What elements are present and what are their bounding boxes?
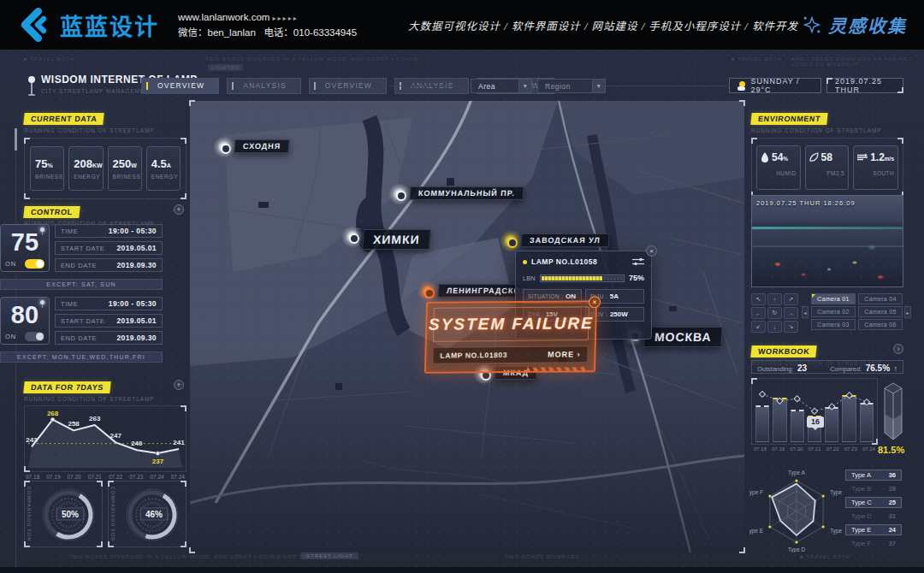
reset-button[interactable]: ↻ xyxy=(767,307,782,319)
tab-overview-2[interactable]: OVERVIEW xyxy=(309,78,387,94)
x-tick: 07.23 xyxy=(129,474,143,480)
decor-text: ■ TRAVEL BOTH xyxy=(800,554,850,559)
brand-services: 大数据可视化设计 / 软件界面设计 / 网站建设 / 手机及小程序设计 / 软件… xyxy=(408,17,798,33)
camera-button-3[interactable]: Camera 03 xyxy=(811,319,856,330)
failure-lamp-id: LAMP NO.L01803 xyxy=(440,351,507,360)
map-label[interactable]: СХОДНЯ xyxy=(234,139,289,153)
close-icon[interactable]: × xyxy=(646,245,657,257)
week-x-axis: 07.1807.1907.2007.2107.2207.2307.2407.24 xyxy=(24,474,187,480)
pan-down-button[interactable]: ↓ xyxy=(767,321,782,333)
brand-logo[interactable]: 蓝蓝设计 xyxy=(0,6,159,44)
bar xyxy=(773,398,786,442)
panel-subtitle: RUNNING CONDITION OF STREETLAMP xyxy=(24,396,187,402)
workbook-next-button[interactable]: › xyxy=(893,344,903,354)
type-row-f[interactable]: Type F37 xyxy=(845,538,902,549)
camera-prev-button[interactable]: ◂ xyxy=(802,306,808,318)
area-dropdown[interactable]: Area ▼ xyxy=(471,79,532,93)
add-schedule-button[interactable]: + xyxy=(174,204,184,215)
camera-button-5[interactable]: Camera 05 xyxy=(858,306,903,317)
end-date-field: END DATE 2019.09.30 xyxy=(55,331,163,345)
svg-text:243: 243 xyxy=(26,436,38,444)
schedule-toggle[interactable] xyxy=(25,259,44,269)
star-icon xyxy=(803,15,821,34)
gauge-value: 46% xyxy=(140,508,168,521)
expand-chart-button[interactable]: + xyxy=(174,380,184,390)
type-row-b[interactable]: Type B28 xyxy=(845,483,902,494)
svg-text:Type E: Type E xyxy=(749,528,764,535)
bar xyxy=(755,405,769,442)
date-box: 2019.07.25 THUR xyxy=(826,78,903,93)
status-dot-icon xyxy=(523,260,527,264)
camera-next-button[interactable]: ▸ xyxy=(904,306,911,318)
svg-text:Type C: Type C xyxy=(830,528,844,535)
sliders-icon[interactable] xyxy=(632,257,644,266)
weather-box: SUNNDAY / 29°C xyxy=(729,78,821,93)
pan-up-right-button[interactable]: ↗ xyxy=(784,293,798,305)
brightness-box: 75 ON xyxy=(0,224,50,272)
map-label[interactable]: КОММУНАЛЬНЫЙ ПР. xyxy=(409,186,524,200)
pin-glow-icon xyxy=(417,281,439,303)
lbn-progress-fill xyxy=(542,276,602,281)
camera-button-1[interactable]: Camera 01 xyxy=(811,293,856,304)
camera-dpad: ↖ ↑ ↗ ← ↻ → ↙ ↓ ↘ xyxy=(751,293,798,333)
camera-button-2[interactable]: Camera 02 xyxy=(811,306,856,317)
camera-timestamp: 2019.07.25 THUR 18:26:09 xyxy=(756,199,856,207)
pan-left-button[interactable]: ← xyxy=(751,307,766,319)
stat-energy: 208KW ENERGY xyxy=(68,146,103,191)
week-line-chart: 243268258263247240237241 xyxy=(25,406,186,471)
comparison-gauge-1: COMPARISON FOR 50% xyxy=(24,481,103,547)
tab-analysis-1[interactable]: ANALYSIS xyxy=(227,78,301,94)
start-date-field: START DATE 2019.05.01 xyxy=(55,241,163,255)
pan-right-button[interactable]: → xyxy=(784,307,798,319)
pan-down-left-button[interactable]: ↙ xyxy=(751,321,766,333)
tab-overview-1[interactable]: OVERVIEW xyxy=(141,78,219,94)
x-tick: 07.24 xyxy=(862,446,875,452)
map-label[interactable]: МОСКВА xyxy=(643,327,722,347)
bottom-bar xyxy=(0,567,924,573)
pan-down-right-button[interactable]: ↘ xyxy=(784,321,798,333)
svg-text:241: 241 xyxy=(173,439,185,446)
type-list: Type A36 Type B28 Type C25 Type D31 Type… xyxy=(845,470,902,552)
map-label[interactable]: ЗАВОДСКАЯ УЛ xyxy=(520,233,609,247)
brand-contacts: www.lanlanwork.com ▸▸▸▸▸ 微信：ben_lanlan 电… xyxy=(178,10,357,40)
bar-tooltip: 16 xyxy=(807,416,824,428)
env-wind: 1.2m/s SOUTH xyxy=(853,145,898,190)
x-tick: 07.23 xyxy=(844,446,857,452)
schedule-1: 75 ON TIME 19:00 - 05:30 START DATE 2019… xyxy=(0,224,163,272)
dashboard: ■ TRAVEL BOTH TWO ROADS DIVERGED IN A YE… xyxy=(0,50,924,573)
map-label[interactable]: ХИМКИ xyxy=(362,229,430,250)
inspiration-collect[interactable]: 灵感收集 xyxy=(803,12,907,38)
panel-label: WORKBOOK xyxy=(750,346,817,357)
camera-button-6[interactable]: Camera 06 xyxy=(858,319,903,330)
type-row-c[interactable]: Type C25 xyxy=(845,497,902,508)
svg-text:Type B: Type B xyxy=(830,489,844,496)
region-dropdown[interactable]: Region ▼ xyxy=(537,79,606,93)
more-button[interactable]: MORE › xyxy=(548,350,581,358)
schedule-toggle[interactable] xyxy=(25,332,44,341)
chevron-down-icon: ▼ xyxy=(592,80,605,92)
brightness-box: 80 ON xyxy=(0,297,50,345)
panel-subtitle: RUNNING CONDITION OF STREETLAMP xyxy=(24,127,187,133)
lbn-progressbar[interactable] xyxy=(540,275,625,282)
pan-up-left-button[interactable]: ↖ xyxy=(751,293,766,305)
decor-text: ■ TRAVEL BOTH xyxy=(24,56,74,62)
pin-glow-icon xyxy=(388,183,411,205)
control-panel: CONTROL RUNNING CONDITION OF STREETLAMP xyxy=(24,203,187,227)
failure-title-frame: SYSTEM FAILURE xyxy=(433,306,589,342)
camera-button-4[interactable]: Camera 04 xyxy=(858,293,903,304)
svg-text:Type A: Type A xyxy=(788,470,806,476)
camera-list: Camera 01 Camera 04 Camera 02 Camera 05 … xyxy=(811,293,903,330)
x-tick: 07.22 xyxy=(826,446,839,452)
x-tick: 07.21 xyxy=(88,474,102,480)
type-row-e[interactable]: Type E24 xyxy=(845,524,902,535)
brand-url[interactable]: www.lanlanwork.com xyxy=(178,12,270,22)
decor-chip: LIGHTED xyxy=(208,64,243,71)
pin-glow-icon xyxy=(500,230,522,252)
pan-up-button[interactable]: ↑ xyxy=(767,293,782,305)
camera-feed[interactable]: 2019.07.25 THUR 18:26:09 xyxy=(751,195,903,287)
type-row-d[interactable]: Type D31 xyxy=(845,511,902,522)
type-row-a[interactable]: Type A36 xyxy=(845,470,902,481)
lbn-label: LBN xyxy=(523,275,536,282)
decor-text: ■ TRAVEL BOTH xyxy=(732,56,782,62)
x-tick: 07.24 xyxy=(150,474,163,480)
